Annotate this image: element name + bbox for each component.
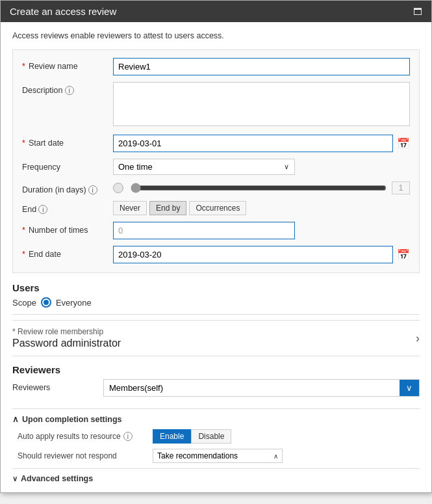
description-label: Description i — [22, 82, 113, 95]
reviewers-field: Members(self) Selected users Managers ∨ — [103, 379, 420, 403]
end-info-icon: i — [38, 205, 47, 214]
scope-everyone-radio[interactable] — [41, 297, 51, 308]
subtitle-text: Access reviews enable reviewers to attes… — [12, 31, 420, 40]
disable-button[interactable]: Disable — [191, 429, 231, 444]
role-required-star: * — [12, 327, 18, 336]
frequency-dropdown-icon: ∨ — [279, 160, 294, 174]
role-label-text: Review role membership — [18, 327, 103, 336]
role-section[interactable]: * Review role membership Password admini… — [12, 320, 420, 356]
end-date-calendar-icon[interactable]: 📅 — [397, 248, 410, 261]
frequency-select[interactable]: One time Weekly Monthly Quarterly Semi-a… — [114, 159, 279, 174]
users-divider — [12, 314, 420, 315]
completion-chevron-up-icon: ∧ — [12, 414, 19, 424]
auto-apply-label: Auto apply results to resource i — [18, 432, 147, 441]
advanced-chevron-down-icon: ∨ — [12, 475, 18, 483]
duration-label: Duration (in days) i — [22, 181, 113, 194]
not-respond-label-text: Should reviewer not respond — [18, 451, 117, 460]
completion-toggle-header[interactable]: ∧ Upon completion settings — [12, 414, 420, 424]
not-respond-row: Should reviewer not respond Take recomme… — [18, 449, 420, 463]
radio-dot — [44, 300, 49, 305]
end-date-required-star: * — [22, 250, 25, 259]
frequency-field: One time Weekly Monthly Quarterly Semi-a… — [113, 159, 410, 175]
required-star: * — [22, 62, 25, 71]
end-never-button[interactable]: Never — [113, 201, 147, 215]
users-section: Users Scope Everyone — [12, 282, 420, 315]
title-bar: Create an access review 🗖 — [1, 1, 431, 22]
window-title: Create an access review — [10, 6, 116, 17]
description-field — [113, 82, 410, 128]
description-input[interactable] — [113, 82, 410, 126]
end-date-row: * End date 📅 — [22, 246, 410, 263]
start-date-calendar-icon[interactable]: 📅 — [397, 137, 410, 150]
role-chevron-right-icon: › — [416, 332, 420, 345]
start-date-label: * Start date — [22, 135, 113, 148]
form-section: * Review name Description i — [12, 49, 420, 273]
num-times-input — [113, 222, 295, 239]
num-times-label: * Number of times — [22, 222, 113, 235]
advanced-toggle-header[interactable]: ∨ Advanced settings — [12, 474, 420, 483]
duration-row: Duration (in days) i 1 — [22, 181, 410, 194]
review-name-label-text: Review name — [29, 62, 78, 71]
completion-header-text: Upon completion settings — [22, 415, 121, 424]
scope-everyone-label: Everyone — [56, 298, 92, 308]
users-section-title: Users — [12, 282, 420, 293]
frequency-row: Frequency One time Weekly Monthly Quarte… — [22, 159, 410, 175]
review-name-row: * Review name — [22, 58, 410, 75]
advanced-header-text: Advanced settings — [21, 474, 93, 483]
reviewers-dropdown-icon: ∨ — [400, 380, 419, 396]
description-row: Description i — [22, 82, 410, 128]
completion-rows: Auto apply results to resource i Enable … — [12, 429, 420, 463]
end-by-button[interactable]: End by — [149, 201, 186, 215]
frequency-select-wrapper: One time Weekly Monthly Quarterly Semi-a… — [113, 159, 295, 175]
end-buttons-group: Never End by Occurrences — [113, 201, 410, 215]
end-label-text: End — [22, 205, 36, 214]
start-date-input[interactable] — [113, 135, 393, 152]
duration-field: 1 — [113, 181, 410, 194]
auto-apply-label-text: Auto apply results to resource — [18, 432, 121, 441]
completion-section: ∧ Upon completion settings Auto apply re… — [12, 408, 420, 463]
end-occurrences-button[interactable]: Occurrences — [189, 201, 246, 215]
enable-button[interactable]: Enable — [153, 429, 191, 444]
scope-row: Scope Everyone — [12, 297, 420, 308]
reviewers-label: Reviewers — [12, 379, 103, 392]
end-label: End i — [22, 201, 113, 214]
review-name-label: * Review name — [22, 58, 113, 71]
reviewers-row: Reviewers Members(self) Selected users M… — [12, 379, 420, 403]
frequency-label: Frequency — [22, 159, 113, 172]
end-row: End i Never End by Occurrences — [22, 201, 410, 215]
review-name-input[interactable] — [113, 58, 410, 75]
role-info: * Review role membership Password admini… — [12, 327, 121, 349]
scope-label: Scope — [12, 298, 36, 308]
reviewers-dropdown-wrapper: Members(self) Selected users Managers ∨ — [103, 379, 420, 397]
role-value: Password administrator — [12, 338, 121, 349]
not-respond-dropdown-icon: ∧ — [270, 451, 282, 462]
duration-value: 1 — [392, 181, 410, 194]
reviewers-label-text: Reviewers — [12, 383, 50, 392]
end-date-field: 📅 — [113, 246, 410, 263]
num-times-row: * Number of times — [22, 222, 410, 239]
auto-apply-toggle-group: Enable Disable — [153, 429, 231, 444]
end-date-label: * End date — [22, 246, 113, 259]
main-window: Create an access review 🗖 Access reviews… — [0, 0, 432, 493]
not-respond-select[interactable]: Take recommendations No change Remove ac… — [153, 449, 270, 462]
content-area: Access reviews enable reviewers to attes… — [1, 22, 431, 492]
not-respond-dropdown-wrapper: Take recommendations No change Remove ac… — [153, 449, 283, 463]
role-label: * Review role membership — [12, 327, 121, 336]
minimize-button[interactable]: 🗖 — [413, 7, 422, 17]
frequency-label-text: Frequency — [22, 163, 60, 172]
description-info-icon: i — [65, 86, 74, 95]
reviewers-select[interactable]: Members(self) Selected users Managers — [104, 380, 400, 396]
duration-radio[interactable] — [113, 183, 123, 193]
duration-label-text: Duration (in days) — [22, 185, 86, 194]
num-times-field — [113, 222, 410, 239]
duration-slider[interactable] — [131, 183, 387, 193]
description-label-text: Description — [22, 86, 63, 95]
end-date-input[interactable] — [113, 246, 393, 263]
num-times-label-text: Number of times — [29, 226, 88, 235]
start-date-label-text: Start date — [29, 139, 64, 148]
reviewers-section: Reviewers Reviewers Members(self) Select… — [12, 364, 420, 483]
start-date-field: 📅 — [113, 135, 410, 152]
num-times-required-star: * — [22, 226, 25, 235]
duration-info-icon: i — [88, 185, 97, 194]
start-required-star: * — [22, 139, 25, 148]
